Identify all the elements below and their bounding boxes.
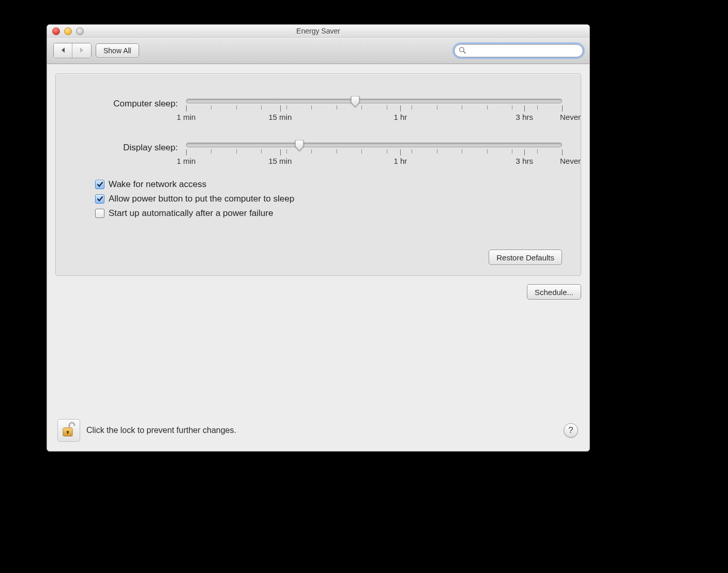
wake-network-checkbox[interactable] (95, 180, 104, 189)
slider-tick-label: 3 hrs (516, 113, 533, 121)
svg-rect-5 (67, 432, 68, 434)
slider-tick-label: 15 min (268, 157, 292, 165)
slider-tick-label: 15 min (268, 113, 292, 121)
help-button[interactable]: ? (564, 423, 578, 438)
unlocked-lock-icon (62, 422, 76, 440)
toolbar: Show All (47, 38, 589, 64)
slider-tick-label: 1 min (177, 157, 196, 165)
nav-segmented-control (53, 43, 92, 58)
options-checkboxes: Wake for network access Allow power butt… (95, 179, 562, 219)
power-button-sleep-checkbox[interactable] (95, 194, 104, 204)
slider-tick-label: Never (560, 157, 581, 165)
display-sleep-label: Display sleep: (74, 143, 186, 153)
search-input[interactable] (454, 44, 583, 57)
checkmark-icon (97, 181, 103, 188)
triangle-left-icon (60, 47, 66, 53)
titlebar: Energy Saver (47, 25, 589, 38)
back-button[interactable] (54, 43, 72, 58)
display-sleep-row: Display sleep: 1 min15 min1 hr3 hrsNever (74, 143, 562, 166)
settings-panel: Computer sleep: 1 min15 min1 hr3 hrsNeve… (55, 73, 581, 276)
close-window-button[interactable] (52, 27, 60, 35)
auto-startup-label: Start up automatically after a power fai… (109, 208, 273, 219)
checkmark-icon (97, 196, 103, 202)
wake-network-label: Wake for network access (109, 179, 206, 190)
power-button-sleep-row: Allow power button to put the computer t… (95, 194, 562, 204)
computer-sleep-label: Computer sleep: (74, 99, 186, 109)
window-title: Energy Saver (296, 27, 340, 35)
slider-tick-label: Never (560, 113, 581, 121)
forward-button[interactable] (72, 43, 91, 58)
display-sleep-slider[interactable]: 1 min15 min1 hr3 hrsNever (186, 143, 562, 166)
power-button-sleep-label: Allow power button to put the computer t… (109, 194, 294, 204)
restore-defaults-button[interactable]: Restore Defaults (489, 250, 562, 265)
lock-button[interactable] (57, 419, 80, 442)
slider-tick-label: 1 hr (393, 113, 407, 121)
svg-line-1 (463, 51, 465, 53)
minimize-window-button[interactable] (64, 27, 72, 35)
wake-network-row: Wake for network access (95, 179, 562, 190)
schedule-button[interactable]: Schedule... (527, 284, 581, 300)
slider-track (186, 99, 562, 103)
computer-sleep-slider[interactable]: 1 min15 min1 hr3 hrsNever (186, 99, 562, 122)
slider-tick-label: 1 min (177, 113, 196, 121)
help-icon: ? (568, 425, 573, 436)
show-all-button[interactable]: Show All (96, 43, 139, 58)
auto-startup-checkbox[interactable] (95, 209, 104, 218)
search-icon (459, 47, 466, 56)
zoom-window-button[interactable] (76, 27, 84, 35)
preferences-window: Energy Saver Show All (47, 24, 590, 452)
search-field-wrapper (454, 44, 583, 57)
footer: Click the lock to prevent further change… (55, 419, 581, 445)
slider-track (186, 143, 562, 147)
slider-tick-label: 3 hrs (516, 157, 533, 165)
slider-tick-label: 1 hr (393, 157, 407, 165)
computer-sleep-row: Computer sleep: 1 min15 min1 hr3 hrsNeve… (74, 99, 562, 122)
svg-rect-3 (63, 428, 72, 431)
triangle-right-icon (79, 47, 85, 53)
lock-hint-text: Click the lock to prevent further change… (86, 426, 236, 435)
auto-startup-row: Start up automatically after a power fai… (95, 208, 562, 219)
